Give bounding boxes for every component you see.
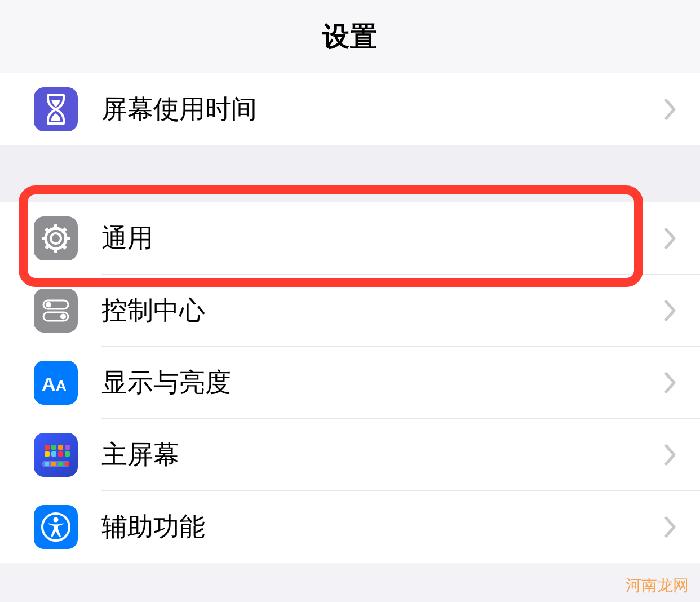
svg-point-23 (54, 517, 59, 523)
watermark: 河南龙网 (626, 575, 689, 596)
page-title: 设置 (322, 19, 378, 55)
row-label: 主屏幕 (101, 437, 664, 472)
svg-rect-11 (58, 445, 63, 450)
row-label: 屏幕使用时间 (101, 92, 664, 127)
svg-point-6 (60, 314, 66, 320)
section-general: 通用 控制中心 A A (0, 202, 700, 563)
row-label: 控制中心 (101, 293, 664, 328)
svg-rect-21 (65, 462, 69, 466)
row-control-center[interactable]: 控制中心 (0, 275, 700, 347)
row-label: 通用 (101, 221, 664, 256)
row-screen-time[interactable]: 屏幕使用时间 (0, 73, 700, 145)
row-label: 显示与亮度 (101, 365, 664, 400)
row-display-brightness[interactable]: A A 显示与亮度 (0, 347, 700, 419)
chevron-right-icon (664, 371, 677, 394)
svg-point-0 (51, 233, 61, 244)
svg-rect-12 (65, 445, 70, 450)
text-size-icon: A A (34, 361, 78, 405)
svg-rect-14 (51, 452, 56, 457)
section-gap (0, 145, 700, 202)
gear-icon (34, 216, 78, 260)
toggles-icon (34, 289, 78, 333)
svg-rect-9 (45, 445, 50, 450)
row-accessibility[interactable]: 辅助功能 (0, 491, 700, 563)
row-label: 辅助功能 (101, 510, 664, 545)
svg-rect-19 (51, 462, 56, 466)
chevron-right-icon (664, 444, 677, 466)
svg-rect-13 (45, 452, 50, 457)
row-general[interactable]: 通用 (0, 202, 700, 275)
svg-text:A: A (42, 373, 56, 395)
svg-rect-18 (45, 462, 49, 466)
header: 设置 (0, 0, 700, 73)
svg-point-4 (46, 302, 51, 308)
svg-text:A: A (56, 377, 67, 394)
chevron-right-icon (664, 516, 677, 538)
row-home-screen[interactable]: 主屏幕 (0, 419, 700, 491)
svg-rect-16 (65, 452, 70, 457)
home-grid-icon (34, 433, 78, 477)
chevron-right-icon (664, 98, 677, 121)
chevron-right-icon (664, 299, 677, 322)
svg-rect-20 (58, 462, 63, 466)
svg-point-2 (46, 228, 66, 249)
accessibility-icon (34, 505, 78, 549)
chevron-right-icon (664, 227, 677, 250)
section-screen-time: 屏幕使用时间 (0, 73, 700, 145)
hourglass-icon (34, 87, 78, 131)
svg-rect-15 (58, 452, 63, 457)
svg-rect-10 (51, 445, 56, 450)
